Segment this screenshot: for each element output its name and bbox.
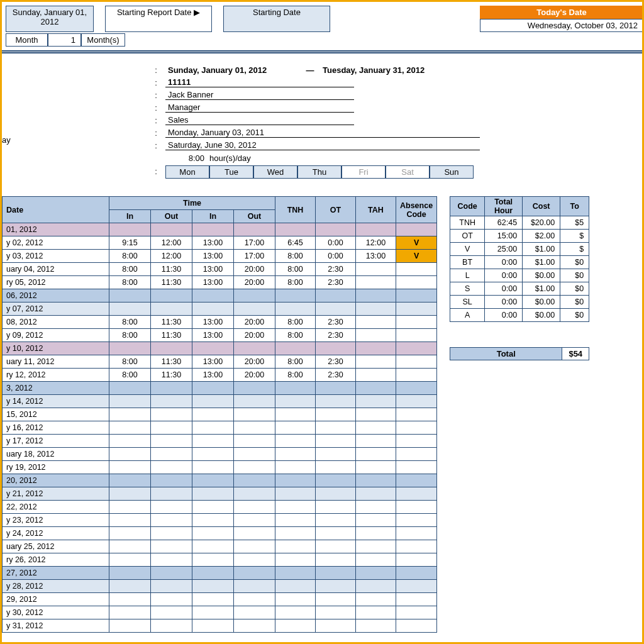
- col-time: Time: [109, 197, 275, 210]
- table-row[interactable]: y 21, 2012: [3, 487, 437, 501]
- report-start-date[interactable]: Sunday, January 01, 2012: [6, 6, 94, 32]
- summary-table: Code Total Hour Cost To TNH62:45$20.00$5…: [450, 196, 589, 322]
- table-row[interactable]: 01, 2012: [3, 223, 437, 236]
- summary-row: TNH62:45$20.00$5: [450, 216, 589, 230]
- total-label: Total: [450, 348, 562, 360]
- summary-row: S0:00$1.00$0: [450, 282, 589, 296]
- table-row[interactable]: ry 19, 2012: [3, 461, 437, 474]
- top-bar: Sunday, January 01, 2012 Starting Report…: [2, 2, 642, 33]
- starting-report-date-label: Starting Report Date ▶: [105, 6, 212, 32]
- table-row[interactable]: ry 12, 20128:0011:3013:0020:008:002:30: [3, 369, 437, 382]
- sum-col-to: To: [560, 197, 589, 216]
- table-row[interactable]: 08, 20128:0011:3013:0020:008:002:30: [3, 316, 437, 329]
- table-row[interactable]: y 02, 20129:1512:0013:0017:006:450:0012:…: [3, 236, 437, 250]
- table-row[interactable]: ry 05, 20128:0011:3013:0020:008:002:30: [3, 276, 437, 289]
- hire-date: Monday, January 03, 2011: [165, 128, 480, 138]
- summary-row: L0:00$0.00$0: [450, 269, 589, 282]
- day-wed[interactable]: Wed: [253, 165, 297, 179]
- col-date: Date: [3, 197, 109, 223]
- col-ot: OT: [316, 197, 356, 223]
- summary-panel: Code Total Hour Cost To TNH62:45$20.00$5…: [450, 196, 589, 633]
- col-out1: Out: [151, 210, 192, 223]
- total-value: $54: [562, 348, 589, 360]
- day-sun[interactable]: Sun: [430, 165, 474, 179]
- col-in1: In: [109, 210, 151, 223]
- row-label-fragment: ay: [2, 53, 14, 185]
- summary-row: A0:00$0.00$0: [450, 309, 589, 322]
- table-row[interactable]: y 09, 20128:0011:3013:0020:008:002:30: [3, 329, 437, 342]
- day-tue[interactable]: Tue: [209, 165, 253, 179]
- table-row[interactable]: uary 25, 2012: [3, 540, 437, 553]
- summary-row: BT0:00$1.00$0: [450, 256, 589, 269]
- end-date: Saturday, June 30, 2012: [165, 140, 480, 150]
- table-row[interactable]: y 28, 2012: [3, 580, 437, 593]
- table-row[interactable]: y 17, 2012: [3, 435, 437, 448]
- total-box: Total $54: [450, 347, 589, 360]
- summary-row: SL0:00$0.00$0: [450, 296, 589, 309]
- table-row[interactable]: 29, 2012: [3, 593, 437, 606]
- table-row[interactable]: y 30, 2012: [3, 606, 437, 619]
- table-row[interactable]: y 14, 2012: [3, 395, 437, 408]
- table-row[interactable]: y 16, 2012: [3, 421, 437, 435]
- workdays-row: MonTueWedThuFriSatSun: [165, 165, 474, 179]
- timesheet-table: Date Time TNH OT TAH Absence Code In Out…: [2, 196, 437, 633]
- table-row[interactable]: uary 11, 20128:0011:3013:0020:008:002:30: [3, 355, 437, 369]
- table-row[interactable]: 06, 2012: [3, 289, 437, 303]
- table-row[interactable]: y 31, 2012: [3, 619, 437, 633]
- day-fri[interactable]: Fri: [341, 165, 386, 179]
- employee-title: Manager: [165, 103, 354, 113]
- sum-col-code: Code: [450, 197, 485, 216]
- col-out2: Out: [234, 210, 275, 223]
- day-mon[interactable]: Mon: [165, 165, 209, 179]
- months-label: Month(s): [81, 33, 125, 47]
- month-label: Month: [6, 33, 48, 47]
- table-row[interactable]: y 07, 2012: [3, 303, 437, 316]
- table-row[interactable]: uary 18, 2012: [3, 448, 437, 461]
- hours-unit: hour(s)/day: [209, 153, 251, 163]
- todays-date-header: Today's Date: [480, 6, 643, 19]
- table-row[interactable]: y 23, 2012: [3, 514, 437, 527]
- summary-row: OT15:00$2.00$: [450, 230, 589, 243]
- table-row[interactable]: ry 26, 2012: [3, 553, 437, 567]
- employee-id: 11111: [165, 77, 354, 87]
- sum-col-cost: Cost: [523, 197, 560, 216]
- table-row[interactable]: 20, 2012: [3, 474, 437, 487]
- table-row[interactable]: 3, 2012: [3, 382, 437, 395]
- month-value[interactable]: 1: [48, 33, 81, 47]
- table-row[interactable]: uary 04, 20128:0011:3013:0020:008:002:30: [3, 263, 437, 276]
- sum-col-hours: Total Hour: [485, 197, 523, 216]
- col-in2: In: [192, 210, 234, 223]
- period-end: Tuesday, January 31, 2012: [323, 65, 425, 75]
- info-section: : Sunday, January 01, 2012 — Tuesday, Ja…: [14, 53, 480, 185]
- col-absence: Absence Code: [396, 197, 437, 223]
- day-thu[interactable]: Thu: [297, 165, 341, 179]
- dash-icon: —: [297, 65, 323, 75]
- table-row[interactable]: 22, 2012: [3, 501, 437, 514]
- table-row[interactable]: y 24, 2012: [3, 527, 437, 540]
- table-row[interactable]: y 03, 20128:0012:0013:0017:008:000:0013:…: [3, 250, 437, 263]
- starting-date-label: Starting Date: [223, 6, 330, 32]
- col-tah: TAH: [356, 197, 396, 223]
- col-tnh: TNH: [275, 197, 316, 223]
- employee-name: Jack Banner: [165, 90, 354, 100]
- summary-row: V25:00$1.00$: [450, 243, 589, 256]
- table-row[interactable]: y 10, 2012: [3, 342, 437, 355]
- hours-value: 8:00: [165, 153, 209, 163]
- table-row[interactable]: 15, 2012: [3, 408, 437, 421]
- department: Sales: [165, 115, 354, 125]
- table-row[interactable]: 27, 2012: [3, 567, 437, 580]
- period-start: Sunday, January 01, 2012: [165, 65, 297, 75]
- todays-date-value: Wednesday, October 03, 2012: [480, 19, 643, 32]
- day-sat[interactable]: Sat: [386, 165, 430, 179]
